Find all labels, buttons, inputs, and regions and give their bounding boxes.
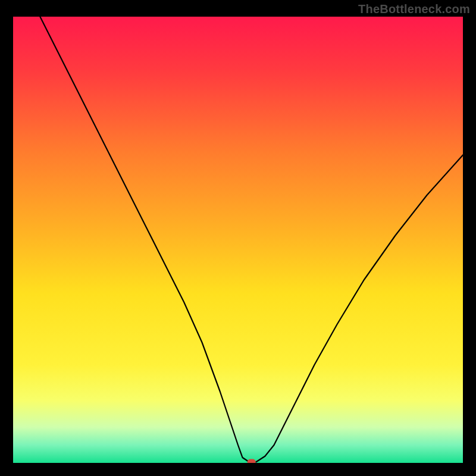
min-marker: [248, 459, 256, 464]
watermark-text: TheBottleneck.com: [358, 2, 470, 16]
chart-svg: [13, 17, 463, 463]
gradient-background: [13, 17, 463, 463]
chart-frame: TheBottleneck.com: [0, 0, 476, 476]
plot-area: [13, 17, 463, 463]
